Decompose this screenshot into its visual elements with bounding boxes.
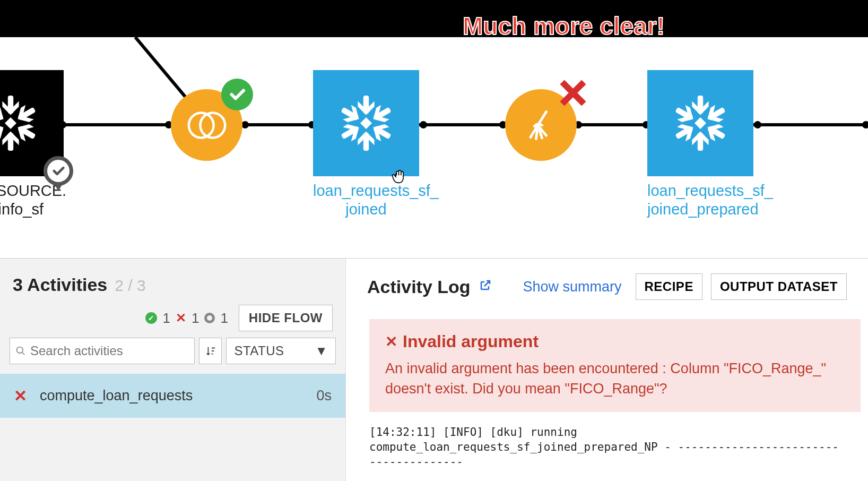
recipe-node-prepare[interactable]: [505, 89, 577, 161]
activities-search-row: STATUS ▼: [0, 338, 345, 374]
recipe-button[interactable]: RECIPE: [636, 273, 702, 300]
output-dataset-button[interactable]: OUTPUT DATASET: [711, 273, 847, 300]
failed-count: 1: [192, 310, 199, 327]
search-input[interactable]: [30, 343, 189, 358]
external-link-icon[interactable]: [479, 279, 492, 295]
annotation-text: Much more clear!: [463, 12, 665, 40]
svg-rect-41: [695, 117, 706, 129]
node-label: loan_requests_sf_ joined: [313, 182, 419, 219]
dataset-node-prepared[interactable]: loan_requests_sf_ joined_prepared: [647, 70, 753, 219]
connector-dot: [420, 121, 427, 128]
log-text: [14:32:11] [INFO] [dku] running compute_…: [346, 419, 868, 475]
chevron-down-icon: ▼: [315, 343, 328, 358]
join-icon: [183, 101, 231, 149]
activities-filter-row: ✓ 1 ✕ 1 1 HIDE FLOW: [0, 305, 345, 338]
quality-badge-icon: [44, 156, 73, 186]
activity-name: compute_loan_requests: [40, 388, 303, 404]
status-select-label: STATUS: [234, 343, 284, 358]
activities-panel: 3 Activities 2 / 3 ✓ 1 ✕ 1 1 HIDE FLOW: [0, 259, 346, 481]
activities-count: 2 / 3: [115, 277, 145, 295]
activity-log-panel: Activity Log Show summary RECIPE OUTPUT …: [346, 259, 868, 481]
search-box[interactable]: [10, 338, 195, 364]
recipe-node-join[interactable]: [171, 89, 242, 161]
activity-duration: 0s: [316, 388, 332, 404]
activities-header: 3 Activities 2 / 3: [0, 259, 345, 305]
pending-count: 1: [220, 310, 228, 327]
status-select[interactable]: STATUS ▼: [226, 338, 336, 364]
flow-canvas[interactable]: DATASOURCE. st_info_sf: [0, 37, 868, 239]
activities-title: 3 Activities: [13, 274, 107, 295]
activity-log-title: Activity Log: [367, 277, 471, 297]
snowflake-icon: [666, 89, 735, 158]
error-icon: ✕: [385, 333, 397, 350]
status-counts: ✓ 1 ✕ 1 1: [145, 310, 228, 327]
sort-icon: [205, 345, 216, 357]
window-top-bar: [0, 0, 868, 37]
success-count: 1: [162, 310, 170, 327]
dataset-node-joined[interactable]: loan_requests_sf_ joined: [313, 70, 419, 219]
hide-flow-button[interactable]: HIDE FLOW: [239, 305, 333, 331]
log-header: Activity Log Show summary RECIPE OUTPUT …: [346, 273, 868, 305]
error-title: ✕ Invalid argument: [385, 332, 845, 351]
search-icon: [15, 346, 26, 356]
pending-icon: [204, 313, 215, 323]
failed-icon: ✕: [14, 386, 27, 405]
error-badge-icon: [554, 74, 592, 114]
snowflake-icon: [0, 89, 45, 158]
svg-point-42: [17, 347, 23, 354]
success-badge-icon: [221, 79, 253, 110]
show-summary-link[interactable]: Show summary: [523, 279, 621, 295]
failed-icon: ✕: [176, 311, 186, 325]
connector-dot: [862, 121, 868, 128]
connector-dot: [241, 121, 249, 128]
connector-dot: [754, 121, 761, 128]
bottom-panel: 3 Activities 2 / 3 ✓ 1 ✕ 1 1 HIDE FLOW: [0, 258, 868, 481]
svg-rect-12: [5, 117, 16, 129]
svg-rect-27: [360, 117, 372, 129]
node-label: loan_requests_sf_ joined_prepared: [647, 182, 753, 219]
svg-line-43: [22, 353, 25, 355]
success-icon: ✓: [145, 312, 157, 324]
error-message: An invalid argument has been encountered…: [385, 359, 845, 399]
snowflake-icon: [332, 89, 401, 158]
dataset-node-datasource[interactable]: DATASOURCE. st_info_sf: [0, 70, 64, 219]
activity-row[interactable]: ✕ compute_loan_requests 0s: [0, 374, 345, 418]
sort-button[interactable]: [199, 338, 222, 364]
error-box: ✕ Invalid argument An invalid argument h…: [369, 319, 861, 412]
